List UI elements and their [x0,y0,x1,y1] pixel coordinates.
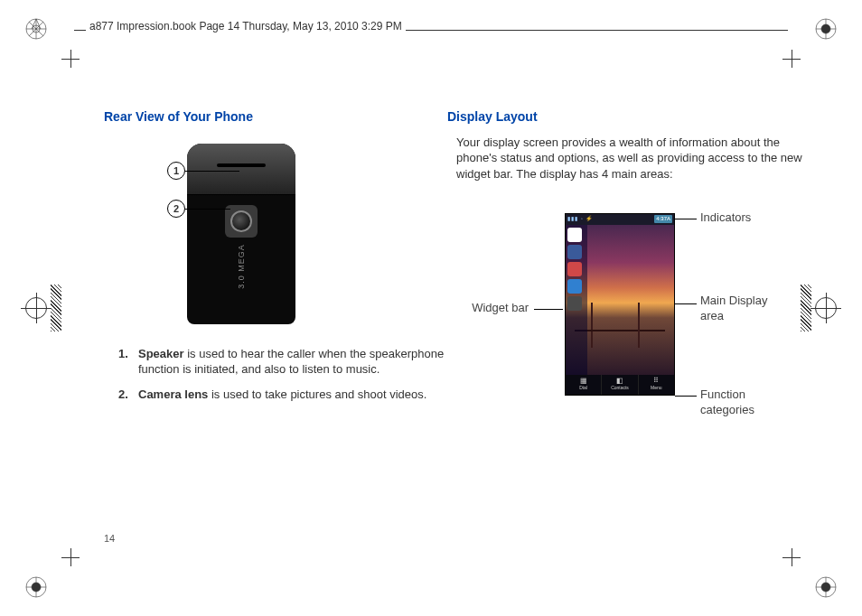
sunburst-mark-bottom-right [815,576,837,598]
bridge-silhouette [575,303,665,348]
camera-lens-icon [225,205,258,238]
list-item: 1. Speaker is used to hear the caller wh… [104,346,447,378]
widget-icon [567,228,582,242]
status-time: 4:37A [654,215,672,222]
list-term: Speaker [138,347,184,360]
sunburst-mark-top-left [25,18,47,40]
crop-mark [782,548,801,566]
running-header: a877 Impression.book Page 14 Thursday, M… [86,20,406,33]
list-term: Camera lens [138,387,208,401]
svg-point-17 [32,583,41,592]
widget-icon [567,279,582,294]
heading-display-layout: Display Layout [447,108,809,126]
svg-line-7 [36,19,41,29]
hatch-mark-left [51,285,61,331]
callout-2: 2 [167,200,185,218]
rear-view-list: 1. Speaker is used to hear the caller wh… [104,346,447,403]
speaker-icon [217,163,266,167]
widget-icon [567,296,582,311]
widget-icon [567,245,582,259]
list-text: is used to take pictures and shoot video… [208,387,426,401]
label-function-categories: Function categories [700,387,782,418]
label-main-display: Main Display area [700,293,782,324]
widget-icon [567,262,582,276]
leader-line [534,309,563,310]
contacts-icon: ◧ [616,378,623,385]
list-number: 2. [118,387,138,403]
crop-mark [61,548,80,566]
right-column: Display Layout Your display screen provi… [447,108,809,430]
menu-icon: ⠿ [653,378,659,385]
label-widget-bar: Widget bar [465,300,529,316]
sunburst-mark-bottom-left [25,576,47,598]
label-indicators: Indicators [700,210,751,226]
signal-icon: ▮▮▮ ◦ ⚡ [567,215,593,222]
page-number: 14 [104,533,115,544]
page-content: Rear View of Your Phone 3.0 MEGA 1 2 1. … [104,108,826,535]
sunburst-mark-top-right [815,18,837,40]
status-bar: ▮▮▮ ◦ ⚡ 4:37A [566,214,674,225]
heading-rear-view: Rear View of Your Phone [104,108,447,126]
callout-line [185,171,239,172]
crop-mark [61,50,80,68]
svg-line-6 [32,19,36,29]
func-contacts: ◧Contacts [602,375,638,395]
dial-icon: ▦ [580,378,587,385]
function-bar: ▦Dial ◧Contacts ⠿Menu [566,375,674,395]
list-text: is used to hear the caller when the spea… [138,347,444,377]
leader-line [675,396,697,397]
leader-line [675,303,697,304]
list-number: 1. [118,346,138,378]
phone-top-panel [187,144,295,195]
registration-mark-left [25,297,47,319]
phone-rear-illustration: 3.0 MEGA 1 2 [151,135,332,333]
func-menu: ⠿Menu [639,375,674,395]
callout-1: 1 [167,162,185,180]
leader-line [675,219,697,219]
phone-screen: ▮▮▮ ◦ ⚡ 4:37A AT&T ▦Dial ◧Contacts [565,213,675,396]
left-column: Rear View of Your Phone 3.0 MEGA 1 2 1. … [104,108,447,412]
megapixel-label: 3.0 MEGA [236,244,247,289]
callout-line [185,209,230,210]
svg-point-12 [821,24,830,33]
crop-mark [782,50,801,68]
func-dial: ▦Dial [566,375,602,395]
display-layout-diagram: ▮▮▮ ◦ ⚡ 4:37A AT&T ▦Dial ◧Contacts [456,195,800,430]
list-item: 2. Camera lens is used to take pictures … [104,387,447,403]
widget-bar [566,225,587,375]
svg-point-22 [821,583,830,592]
display-layout-intro: Your display screen provides a wealth of… [456,135,809,182]
